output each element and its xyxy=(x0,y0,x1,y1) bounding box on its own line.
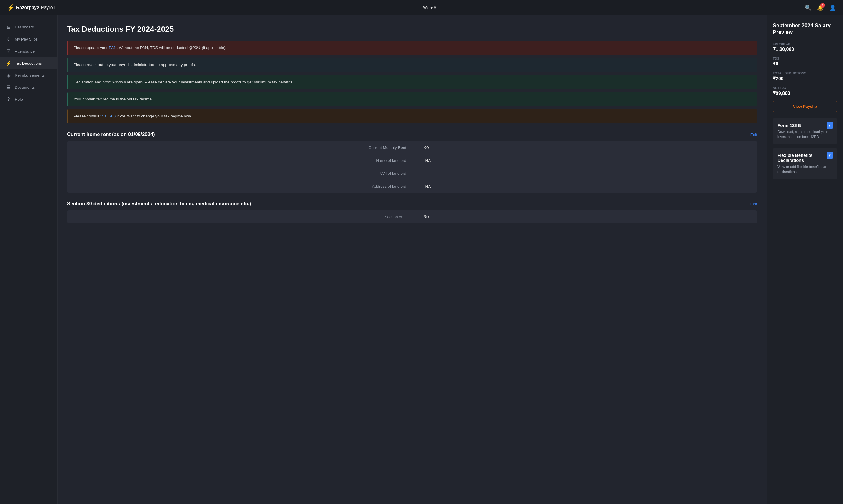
home-rent-table: Current Monthly Rent ₹0 Name of landlord… xyxy=(67,141,757,193)
user-greeting: We ♥ A xyxy=(423,5,436,10)
tax-deductions-icon: ⚡ xyxy=(6,60,11,66)
alert-pan: Please update your PAN. Without the PAN,… xyxy=(67,41,757,55)
salary-preview-title: September 2024 Salary Preview xyxy=(773,22,837,36)
home-rent-landlord-address-label: Address of landlord xyxy=(67,180,412,193)
home-rent-section-header: Current home rent (as on 01/09/2024) Edi… xyxy=(67,131,757,138)
tds-row: TDS ₹0 xyxy=(773,57,837,67)
home-rent-landlord-name-value: -NA- xyxy=(412,154,757,167)
notification-icon[interactable]: 🔔 1 xyxy=(817,4,824,11)
dashboard-icon: ⊞ xyxy=(6,24,11,30)
table-row: Name of landlord -NA- xyxy=(67,154,757,167)
view-payslip-button[interactable]: View Payslip xyxy=(773,101,837,112)
table-row: Section 80C ₹0 xyxy=(67,210,757,223)
sidebar-label-attendance: Attendance xyxy=(15,49,35,53)
table-row: Address of landlord -NA- xyxy=(67,180,757,193)
home-rent-landlord-address-value: -NA- xyxy=(412,180,757,193)
home-rent-monthly-label: Current Monthly Rent xyxy=(67,141,412,154)
sidebar-item-attendance[interactable]: ☑ Attendance xyxy=(0,45,57,57)
payslips-icon: ✈ xyxy=(6,36,11,42)
section80-title: Section 80 deductions (investments, educ… xyxy=(67,201,251,207)
alert-admins: Please reach out to your payroll adminis… xyxy=(67,58,757,72)
form12bb-title: Form 12BB xyxy=(777,123,832,128)
earnings-value: ₹1,00,000 xyxy=(773,47,837,52)
section80-table: Section 80C ₹0 xyxy=(67,210,757,223)
form12bb-arrow-icon: ▼ xyxy=(827,122,833,129)
sidebar-item-help[interactable]: ? Help xyxy=(0,93,57,105)
earnings-row: EARNINGS ₹1,00,000 xyxy=(773,42,837,52)
search-icon[interactable]: 🔍 xyxy=(805,4,811,11)
flexible-benefits-card[interactable]: ▼ Flexible Benefits Declarations View or… xyxy=(773,148,837,179)
home-rent-landlord-pan-value xyxy=(412,167,757,180)
net-pay-row: NET PAY ₹99,800 xyxy=(773,86,837,96)
sidebar-label-dashboard: Dashboard xyxy=(15,25,34,29)
logo-area: ⚡ RazorpayX Payroll xyxy=(7,4,55,11)
form12bb-description: Download, sign and upload your investmen… xyxy=(777,129,832,140)
table-row: Current Monthly Rent ₹0 xyxy=(67,141,757,154)
tds-label: TDS xyxy=(773,57,837,60)
section80-header: Section 80 deductions (investments, educ… xyxy=(67,201,757,207)
form12bb-card[interactable]: ▼ Form 12BB Download, sign and upload yo… xyxy=(773,118,837,144)
alert-declaration: Declaration and proof window are open. P… xyxy=(67,75,757,89)
pan-link[interactable]: PAN xyxy=(109,46,117,50)
logo-icon: ⚡ xyxy=(7,4,14,11)
flexible-benefits-title: Flexible Benefits Declarations xyxy=(777,153,832,163)
home-rent-landlord-pan-label: PAN of landlord xyxy=(67,167,412,180)
table-row: PAN of landlord xyxy=(67,167,757,180)
sidebar-label-my-pay-slips: My Pay Slips xyxy=(15,37,38,41)
total-deductions-row: TOTAL DEDUCTIONS ₹200 xyxy=(773,71,837,82)
alert-tax-regime-text: Your chosen tax regime is the old tax re… xyxy=(73,97,153,101)
flexible-benefits-arrow-icon: ▼ xyxy=(827,152,833,159)
sidebar-item-documents[interactable]: ☰ Documents xyxy=(0,82,57,93)
top-navigation: ⚡ RazorpayX Payroll We ♥ A 🔍 🔔 1 👤 xyxy=(0,0,843,15)
sidebar-item-tax-deductions[interactable]: ⚡ Tax Deductions xyxy=(0,57,57,69)
user-profile-icon[interactable]: 👤 xyxy=(829,4,836,11)
alert-pan-text-before: Please update your xyxy=(73,46,109,50)
sidebar-label-tax-deductions: Tax Deductions xyxy=(15,61,42,66)
home-rent-landlord-name-label: Name of landlord xyxy=(67,154,412,167)
net-pay-label: NET PAY xyxy=(773,86,837,90)
help-icon: ? xyxy=(6,97,11,102)
total-deductions-value: ₹200 xyxy=(773,76,837,82)
reimbursements-icon: ◈ xyxy=(6,73,11,78)
sidebar-label-help: Help xyxy=(15,97,23,102)
main-content: Tax Deductions FY 2024-2025 Please updat… xyxy=(58,15,767,504)
faq-link[interactable]: this FAQ xyxy=(101,114,116,119)
home-rent-edit-button[interactable]: Edit xyxy=(751,132,757,137)
total-deductions-label: TOTAL DEDUCTIONS xyxy=(773,71,837,75)
alert-tax-regime: Your chosen tax regime is the old tax re… xyxy=(67,92,757,106)
sidebar-item-reimbursements[interactable]: ◈ Reimbursements xyxy=(0,69,57,82)
notification-badge: 1 xyxy=(820,3,825,7)
section80c-label: Section 80C xyxy=(67,210,412,223)
alert-faq: Please consult this FAQ if you want to c… xyxy=(67,109,757,123)
logo-text: RazorpayX Payroll xyxy=(16,5,55,10)
home-rent-monthly-value: ₹0 xyxy=(412,141,757,154)
right-panel: September 2024 Salary Preview EARNINGS ₹… xyxy=(767,15,843,504)
sidebar-item-dashboard[interactable]: ⊞ Dashboard xyxy=(0,21,57,33)
page-title: Tax Deductions FY 2024-2025 xyxy=(67,25,757,34)
alert-admins-text: Please reach out to your payroll adminis… xyxy=(73,62,196,67)
alert-faq-text-before: Please consult xyxy=(73,114,101,119)
documents-icon: ☰ xyxy=(6,85,11,90)
earnings-label: EARNINGS xyxy=(773,42,837,46)
alert-pan-text-after: . Without the PAN, TDS will be deducted … xyxy=(117,46,226,50)
sidebar-label-reimbursements: Reimbursements xyxy=(15,73,45,77)
topnav-actions: 🔍 🔔 1 👤 xyxy=(805,4,836,11)
home-rent-title: Current home rent (as on 01/09/2024) xyxy=(67,131,155,138)
flexible-benefits-description: View or add flexible benefit plan declar… xyxy=(777,164,832,175)
tds-value: ₹0 xyxy=(773,61,837,67)
alert-declaration-text: Declaration and proof window are open. P… xyxy=(73,80,293,84)
sidebar-label-documents: Documents xyxy=(15,85,35,90)
net-pay-value: ₹99,800 xyxy=(773,90,837,96)
section80c-value: ₹0 xyxy=(412,210,757,223)
attendance-icon: ☑ xyxy=(6,49,11,54)
alert-faq-text-after: if you want to change your tax regime no… xyxy=(116,114,192,119)
sidebar-item-my-pay-slips[interactable]: ✈ My Pay Slips xyxy=(0,33,57,45)
section80-edit-button[interactable]: Edit xyxy=(751,202,757,206)
sidebar: ⊞ Dashboard ✈ My Pay Slips ☑ Attendance … xyxy=(0,15,58,504)
